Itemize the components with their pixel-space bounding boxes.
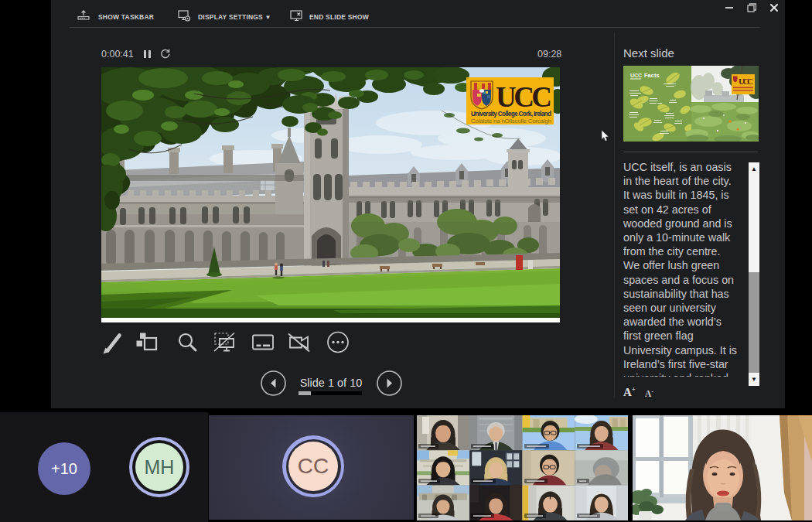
svg-text:University College Cork, Irela: University College Cork, Ireland: [471, 111, 551, 118]
svg-text:UCC: UCC: [630, 73, 642, 78]
svg-text:UCC: UCC: [739, 77, 753, 86]
svg-text:Facts: Facts: [644, 72, 660, 79]
svg-text:UCC: UCC: [496, 81, 552, 113]
svg-text:Coláiste na hOllscoile Corcaig: Coláiste na hOllscoile Corcaigh: [471, 118, 551, 125]
